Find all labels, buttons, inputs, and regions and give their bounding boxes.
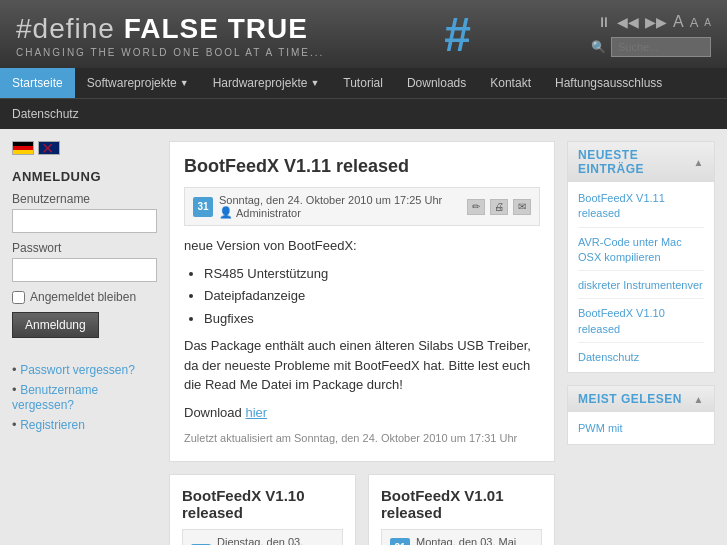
meist-gelesen-header: MEIST GELESEN ▲ <box>568 386 714 412</box>
meta-date: Montag, den 03. Mai 2010 um 00:00 Uhr <box>416 536 533 546</box>
email-icon[interactable]: ✉ <box>513 199 531 215</box>
meist-item-link[interactable]: PWM mit <box>578 422 623 434</box>
list-item: diskreter Instrumentenver <box>578 277 704 299</box>
register-link[interactable]: Registrieren <box>20 418 85 432</box>
nav-item-startseite[interactable]: Startseite <box>0 68 75 98</box>
meta-date: Sonntag, den 24. Oktober 2010 um 17:25 U… <box>219 194 442 206</box>
meta-left: 31 Dienstag, den 03. August 2010 um 20:5… <box>191 536 334 546</box>
article-small-2: BootFeedX V1.01 released 31 Montag, den … <box>368 474 555 546</box>
collapse-icon[interactable]: ▲ <box>694 157 704 168</box>
meta-calendar-icon: 31 <box>390 538 410 546</box>
author-icon: 👤 <box>219 206 233 219</box>
remember-label: Angemeldet bleiben <box>30 290 136 304</box>
password-label: Passwort <box>12 241 157 255</box>
anmeldung-title: ANMELDUNG <box>12 169 157 184</box>
pause-icon[interactable]: ⏸ <box>597 14 611 30</box>
meta-left: 31 Montag, den 03. Mai 2010 um 00:00 Uhr <box>390 536 533 546</box>
list-item: BootFeedX V1.11 released <box>578 190 704 228</box>
forgot-password-link[interactable]: Passwort vergessen? <box>20 363 135 377</box>
list-item: Passwort vergessen? <box>12 362 157 377</box>
caret-icon: ▼ <box>310 78 319 88</box>
nav-item-kontakt[interactable]: Kontakt <box>478 68 543 98</box>
flag-de-icon[interactable] <box>12 141 34 155</box>
nav-item-tutorial[interactable]: Tutorial <box>331 68 395 98</box>
neue-item-link[interactable]: Datenschutz <box>578 351 639 363</box>
nav-item-downloads[interactable]: Downloads <box>395 68 478 98</box>
hash-logo-icon: # <box>444 11 471 59</box>
login-section: ANMELDUNG Benutzername Passwort Angemeld… <box>12 169 157 348</box>
username-label: Benutzername <box>12 192 157 206</box>
nav-item-haftungsausschluss[interactable]: Haftungsausschluss <box>543 68 674 98</box>
neue-item-link[interactable]: BootFeedX V1.11 released <box>578 192 665 219</box>
password-input[interactable] <box>12 258 157 282</box>
username-input[interactable] <box>12 209 157 233</box>
article-small-1: BootFeedX V1.10 released 31 Dienstag, de… <box>169 474 356 546</box>
right-sidebar: NEUESTE EINTRÄGE ▲ BootFeedX V1.11 relea… <box>567 141 715 545</box>
article3-title: BootFeedX V1.01 released <box>381 487 542 521</box>
article3-meta: 31 Montag, den 03. Mai 2010 um 00:00 Uhr <box>381 529 542 546</box>
print-icon[interactable]: 🖨 <box>490 199 508 215</box>
meta-author: 👤 Administrator <box>219 206 442 219</box>
neue-item-link[interactable]: BootFeedX V1.10 released <box>578 307 665 334</box>
search-icon: 🔍 <box>591 40 606 54</box>
font-medium-icon[interactable]: A <box>690 15 699 30</box>
article-intro: neue Version von BootFeedX: <box>184 236 540 256</box>
rewind-icon[interactable]: ◀◀ <box>617 14 639 30</box>
site-subtitle: CHANGING THE WORLD ONE BOOL AT A TIME... <box>16 47 324 58</box>
meist-gelesen-list: PWM mit <box>568 412 714 443</box>
main-content: BootFeedX V1.11 released 31 Sonntag, den… <box>169 141 555 545</box>
list-item: PWM mit <box>578 420 704 435</box>
meta-left: 31 Sonntag, den 24. Oktober 2010 um 17:2… <box>193 194 442 219</box>
meta-calendar-icon: 31 <box>193 197 213 217</box>
download-line: Download hier <box>184 403 540 423</box>
article2-title: BootFeedX V1.10 released <box>182 487 343 521</box>
neue-item-link[interactable]: diskreter Instrumentenver <box>578 279 703 291</box>
main-article: BootFeedX V1.11 released 31 Sonntag, den… <box>169 141 555 462</box>
forgot-username-link[interactable]: Benutzername vergessen? <box>12 383 98 412</box>
title-main: FALSE TRUE <box>124 13 308 44</box>
nav-item-softwareprojekte[interactable]: Softwareprojekte ▼ <box>75 68 201 98</box>
flag-uk-icon[interactable] <box>38 141 60 155</box>
edit-icon[interactable]: ✏ <box>467 199 485 215</box>
list-item: Registrieren <box>12 417 157 432</box>
meta-actions: ✏ 🖨 ✉ <box>467 199 531 215</box>
login-button[interactable]: Anmeldung <box>12 312 99 338</box>
search-input[interactable] <box>611 37 711 57</box>
forward-icon[interactable]: ▶▶ <box>645 14 667 30</box>
font-small-icon[interactable]: A <box>704 17 711 28</box>
nav-item-hardwareprojekte[interactable]: Hardwareprojekte ▼ <box>201 68 332 98</box>
lang-flags <box>12 141 157 155</box>
article-text: Das Package enthält auch einen älteren S… <box>184 336 540 395</box>
sidebar-links: Passwort vergessen? Benutzername vergess… <box>12 362 157 432</box>
article-updated: Zuletzt aktualisiert am Sonntag, den 24.… <box>184 430 540 447</box>
nav-item-datenschutz[interactable]: Datenschutz <box>0 99 727 129</box>
neue-item-link[interactable]: AVR-Code unter Mac OSX kompilieren <box>578 236 682 263</box>
header-toolbar: ⏸ ◀◀ ▶▶ A A A <box>597 13 711 31</box>
list-item: Dateipfadanzeige <box>204 286 540 306</box>
neue-eintraege-list: BootFeedX V1.11 released AVR-Code unter … <box>568 182 714 372</box>
left-sidebar: ANMELDUNG Benutzername Passwort Angemeld… <box>12 141 157 545</box>
main-nav: Startseite Softwareprojekte ▼ Hardwarepr… <box>0 68 727 98</box>
article-meta: 31 Sonntag, den 24. Oktober 2010 um 17:2… <box>184 187 540 226</box>
font-large-icon[interactable]: A <box>673 13 684 31</box>
meta-date: Dienstag, den 03. August 2010 um 20:59 U… <box>217 536 334 546</box>
nav-row2: Datenschutz <box>0 98 727 129</box>
remember-row: Angemeldet bleiben <box>12 290 157 304</box>
title-define: #define <box>16 13 124 44</box>
header-right: ⏸ ◀◀ ▶▶ A A A 🔍 <box>591 13 711 57</box>
list-item: BootFeedX V1.10 released <box>578 305 704 343</box>
article-body: neue Version von BootFeedX: RS485 Unters… <box>184 236 540 447</box>
articles-bottom: BootFeedX V1.10 released 31 Dienstag, de… <box>169 474 555 546</box>
list-item: Bugfixes <box>204 309 540 329</box>
neue-eintraege-header: NEUESTE EINTRÄGE ▲ <box>568 142 714 182</box>
download-link[interactable]: hier <box>245 405 267 420</box>
site-branding: #define FALSE TRUE CHANGING THE WORLD ON… <box>16 13 324 58</box>
list-item: Datenschutz <box>578 349 704 364</box>
site-header: #define FALSE TRUE CHANGING THE WORLD ON… <box>0 0 727 68</box>
list-item: AVR-Code unter Mac OSX kompilieren <box>578 234 704 272</box>
article-bullets: RS485 Unterstützung Dateipfadanzeige Bug… <box>204 264 540 329</box>
remember-checkbox[interactable] <box>12 291 25 304</box>
neue-eintraege-box: NEUESTE EINTRÄGE ▲ BootFeedX V1.11 relea… <box>567 141 715 373</box>
site-title: #define FALSE TRUE <box>16 13 324 45</box>
collapse-icon[interactable]: ▲ <box>694 394 704 405</box>
